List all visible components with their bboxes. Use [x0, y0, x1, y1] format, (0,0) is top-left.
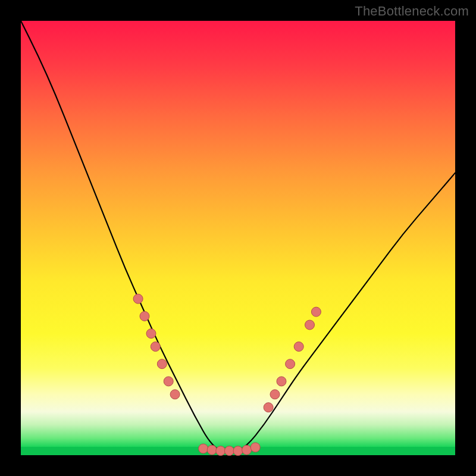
data-marker: [140, 311, 149, 321]
data-marker: [199, 444, 208, 453]
marker-group: [133, 294, 321, 456]
data-marker: [146, 329, 156, 339]
data-marker: [133, 294, 143, 303]
data-marker: [311, 307, 321, 317]
data-marker: [170, 390, 180, 399]
watermark-text: TheBottleneck.com: [355, 4, 469, 19]
curve-layer: [21, 21, 455, 455]
data-marker: [277, 377, 286, 386]
data-marker: [157, 359, 167, 369]
data-marker: [151, 342, 160, 352]
data-marker: [305, 320, 315, 330]
data-marker: [242, 445, 252, 455]
data-marker: [207, 445, 217, 455]
data-marker: [250, 443, 260, 452]
data-marker: [286, 359, 295, 369]
data-marker: [233, 446, 243, 456]
data-marker: [264, 403, 273, 412]
data-marker: [216, 446, 226, 456]
chart-frame: TheBottleneck.com: [0, 0, 476, 476]
data-marker: [294, 342, 303, 352]
data-marker: [224, 446, 234, 456]
bottleneck-curve: [21, 21, 455, 453]
plot-area: [21, 21, 455, 455]
data-marker: [270, 390, 280, 399]
data-marker: [164, 377, 173, 386]
